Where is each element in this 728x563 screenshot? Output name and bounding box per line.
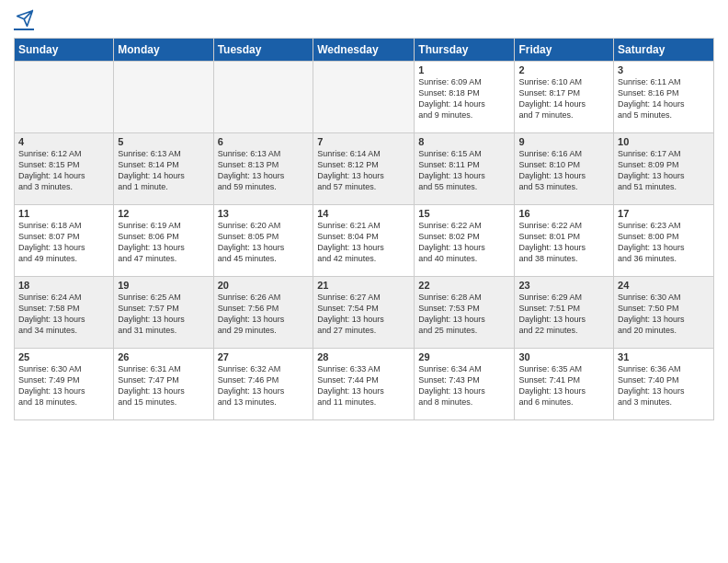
day-number: 23 [518,280,609,291]
weekday-header-tuesday: Tuesday [213,39,313,62]
logo-bird-icon [16,9,34,28]
day-number: 24 [618,280,710,291]
day-info: Sunrise: 6:25 AM Sunset: 7:57 PM Dayligh… [118,292,209,337]
week-row-3: 11Sunrise: 6:18 AM Sunset: 8:07 PM Dayli… [15,205,714,277]
day-number: 6 [218,136,310,147]
day-number: 9 [518,136,609,147]
day-number: 12 [118,208,209,219]
calendar-cell: 28Sunrise: 6:33 AM Sunset: 7:44 PM Dayli… [313,349,415,420]
day-info: Sunrise: 6:29 AM Sunset: 7:51 PM Dayligh… [518,292,609,337]
calendar-cell: 16Sunrise: 6:22 AM Sunset: 8:01 PM Dayli… [515,205,614,277]
calendar-cell: 24Sunrise: 6:30 AM Sunset: 7:50 PM Dayli… [614,277,714,349]
day-info: Sunrise: 6:16 AM Sunset: 8:10 PM Dayligh… [518,148,609,193]
day-info: Sunrise: 6:30 AM Sunset: 7:50 PM Dayligh… [618,292,710,337]
calendar-cell: 7Sunrise: 6:14 AM Sunset: 8:12 PM Daylig… [313,133,415,205]
calendar-cell: 31Sunrise: 6:36 AM Sunset: 7:40 PM Dayli… [614,349,714,420]
calendar-cell: 21Sunrise: 6:27 AM Sunset: 7:54 PM Dayli… [313,277,415,349]
calendar-cell: 10Sunrise: 6:17 AM Sunset: 8:09 PM Dayli… [614,133,714,205]
day-number: 2 [518,64,609,75]
day-info: Sunrise: 6:21 AM Sunset: 8:04 PM Dayligh… [317,220,410,265]
day-info: Sunrise: 6:13 AM Sunset: 8:13 PM Dayligh… [218,148,310,193]
day-number: 13 [218,208,310,219]
day-info: Sunrise: 6:14 AM Sunset: 8:12 PM Dayligh… [317,148,410,193]
calendar-cell: 4Sunrise: 6:12 AM Sunset: 8:15 PM Daylig… [15,133,114,205]
day-info: Sunrise: 6:36 AM Sunset: 7:40 PM Dayligh… [618,363,710,408]
calendar-cell: 23Sunrise: 6:29 AM Sunset: 7:51 PM Dayli… [515,277,614,349]
day-info: Sunrise: 6:35 AM Sunset: 7:41 PM Dayligh… [518,363,609,408]
calendar-cell: 26Sunrise: 6:31 AM Sunset: 7:47 PM Dayli… [114,349,213,420]
calendar-cell: 9Sunrise: 6:16 AM Sunset: 8:10 PM Daylig… [515,133,614,205]
day-info: Sunrise: 6:26 AM Sunset: 7:56 PM Dayligh… [218,292,310,337]
day-number: 10 [618,136,710,147]
page: SundayMondayTuesdayWednesdayThursdayFrid… [0,0,728,563]
calendar-cell: 14Sunrise: 6:21 AM Sunset: 8:04 PM Dayli… [313,205,415,277]
week-row-2: 4Sunrise: 6:12 AM Sunset: 8:15 PM Daylig… [15,133,714,205]
week-row-5: 25Sunrise: 6:30 AM Sunset: 7:49 PM Dayli… [15,349,714,420]
day-number: 8 [418,136,510,147]
calendar-cell: 5Sunrise: 6:13 AM Sunset: 8:14 PM Daylig… [114,133,213,205]
day-number: 19 [118,280,209,291]
day-info: Sunrise: 6:31 AM Sunset: 7:47 PM Dayligh… [118,363,209,408]
calendar-cell: 18Sunrise: 6:24 AM Sunset: 7:58 PM Dayli… [15,277,114,349]
calendar-cell: 19Sunrise: 6:25 AM Sunset: 7:57 PM Dayli… [114,277,213,349]
day-info: Sunrise: 6:22 AM Sunset: 8:01 PM Dayligh… [518,220,609,265]
calendar-cell: 17Sunrise: 6:23 AM Sunset: 8:00 PM Dayli… [614,205,714,277]
day-number: 30 [518,351,609,362]
day-info: Sunrise: 6:20 AM Sunset: 8:05 PM Dayligh… [218,220,310,265]
calendar-cell: 12Sunrise: 6:19 AM Sunset: 8:06 PM Dayli… [114,205,213,277]
weekday-header-monday: Monday [114,39,213,62]
day-info: Sunrise: 6:30 AM Sunset: 7:49 PM Dayligh… [18,363,109,408]
calendar-cell: 11Sunrise: 6:18 AM Sunset: 8:07 PM Dayli… [15,205,114,277]
weekday-header-thursday: Thursday [415,39,515,62]
day-info: Sunrise: 6:23 AM Sunset: 8:00 PM Dayligh… [618,220,710,265]
weekday-header-wednesday: Wednesday [313,39,415,62]
calendar-cell: 15Sunrise: 6:22 AM Sunset: 8:02 PM Dayli… [415,205,515,277]
day-info: Sunrise: 6:13 AM Sunset: 8:14 PM Dayligh… [118,148,209,193]
day-number: 11 [18,208,109,219]
calendar-cell: 22Sunrise: 6:28 AM Sunset: 7:53 PM Dayli… [415,277,515,349]
day-info: Sunrise: 6:32 AM Sunset: 7:46 PM Dayligh… [218,363,310,408]
week-row-1: 1Sunrise: 6:09 AM Sunset: 8:18 PM Daylig… [15,62,714,133]
calendar-cell [15,62,114,133]
day-number: 21 [317,280,410,291]
logo [14,9,34,30]
day-info: Sunrise: 6:09 AM Sunset: 8:18 PM Dayligh… [418,76,510,121]
day-number: 22 [418,280,510,291]
weekday-header-row: SundayMondayTuesdayWednesdayThursdayFrid… [15,39,714,62]
day-number: 3 [618,64,710,75]
calendar-cell: 25Sunrise: 6:30 AM Sunset: 7:49 PM Dayli… [15,349,114,420]
header [14,9,714,30]
day-number: 5 [118,136,209,147]
day-info: Sunrise: 6:19 AM Sunset: 8:06 PM Dayligh… [118,220,209,265]
calendar-cell: 6Sunrise: 6:13 AM Sunset: 8:13 PM Daylig… [213,133,313,205]
weekday-header-saturday: Saturday [614,39,714,62]
day-info: Sunrise: 6:10 AM Sunset: 8:17 PM Dayligh… [518,76,609,121]
day-info: Sunrise: 6:24 AM Sunset: 7:58 PM Dayligh… [18,292,109,337]
day-number: 31 [618,351,710,362]
calendar-cell: 3Sunrise: 6:11 AM Sunset: 8:16 PM Daylig… [614,62,714,133]
calendar-cell [114,62,213,133]
day-number: 4 [18,136,109,147]
day-number: 7 [317,136,410,147]
logo-underline [14,29,34,30]
day-number: 27 [218,351,310,362]
day-number: 1 [418,64,510,75]
day-number: 14 [317,208,410,219]
day-info: Sunrise: 6:33 AM Sunset: 7:44 PM Dayligh… [317,363,410,408]
calendar-cell [313,62,415,133]
calendar-cell: 8Sunrise: 6:15 AM Sunset: 8:11 PM Daylig… [415,133,515,205]
calendar-cell: 27Sunrise: 6:32 AM Sunset: 7:46 PM Dayli… [213,349,313,420]
weekday-header-friday: Friday [515,39,614,62]
weekday-header-sunday: Sunday [15,39,114,62]
day-info: Sunrise: 6:18 AM Sunset: 8:07 PM Dayligh… [18,220,109,265]
calendar: SundayMondayTuesdayWednesdayThursdayFrid… [14,38,714,420]
day-number: 29 [418,351,510,362]
day-number: 25 [18,351,109,362]
week-row-4: 18Sunrise: 6:24 AM Sunset: 7:58 PM Dayli… [15,277,714,349]
day-info: Sunrise: 6:22 AM Sunset: 8:02 PM Dayligh… [418,220,510,265]
day-number: 28 [317,351,410,362]
day-number: 16 [518,208,609,219]
calendar-cell: 2Sunrise: 6:10 AM Sunset: 8:17 PM Daylig… [515,62,614,133]
calendar-cell: 13Sunrise: 6:20 AM Sunset: 8:05 PM Dayli… [213,205,313,277]
day-info: Sunrise: 6:34 AM Sunset: 7:43 PM Dayligh… [418,363,510,408]
